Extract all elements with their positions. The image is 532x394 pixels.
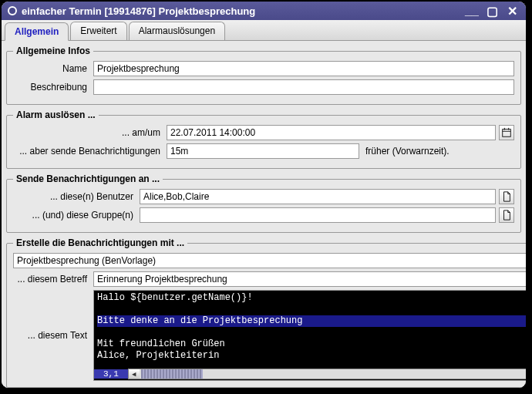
legend-alarm: Alarm auslösen ... xyxy=(13,109,99,120)
users-input[interactable] xyxy=(140,189,496,204)
calendar-button[interactable] xyxy=(499,125,514,140)
app-icon xyxy=(8,6,17,15)
alarm-when-label: ... am/um xyxy=(13,127,163,138)
editor-body[interactable]: Hallo ${benutzer.getName()}! Bitte denke… xyxy=(94,291,526,368)
tab-alarm-triggers[interactable]: Alarmauslösungen xyxy=(129,22,225,40)
svg-rect-0 xyxy=(503,130,511,137)
group-notification: Erstelle die Benachrichtigungen mit ... … xyxy=(6,237,526,388)
calendar-icon xyxy=(501,127,512,138)
editor-hscrollbar[interactable]: ◀ ▶ xyxy=(128,369,526,379)
legend-recipients: Sende Benachrichtigungen an ... xyxy=(13,173,163,184)
minimize-button[interactable]: __ xyxy=(464,5,480,17)
name-label: Name xyxy=(13,63,90,74)
maximize-button[interactable]: ▢ xyxy=(484,5,500,17)
dialog-window: einfacher Termin [19914876] Projektbespr… xyxy=(1,1,527,389)
groups-label: ... (und) diese Gruppe(n) xyxy=(13,210,136,221)
subject-label: ... diesem Betreff xyxy=(13,274,90,285)
legend-notification: Erstelle die Benachrichtigungen mit ... xyxy=(13,237,187,248)
groups-input[interactable] xyxy=(140,207,496,223)
legend-general-info: Allgemeine Infos xyxy=(13,45,93,56)
text-editor[interactable]: Hallo ${benutzer.getName()}! Bitte denke… xyxy=(93,290,526,381)
document-icon xyxy=(501,210,512,221)
cursor-position: 3,1 xyxy=(94,369,128,379)
prewarn-suffix-label: früher (Vorwarnzeit). xyxy=(362,146,450,157)
document-icon xyxy=(501,191,512,202)
editor-footer: 3,1 ◀ ▶ xyxy=(94,368,526,380)
tab-bar: Allgemein Erweitert Alarmauslösungen xyxy=(2,20,526,41)
users-label: ... diese(n) Benutzer xyxy=(13,191,136,202)
window-title: einfacher Termin [19914876] Projektbespr… xyxy=(22,5,255,17)
group-alarm: Alarm auslösen ... ... am/um ... aber se… xyxy=(6,109,521,169)
group-recipients: Sende Benachrichtigungen an ... ... dies… xyxy=(6,173,521,233)
scroll-thumb[interactable] xyxy=(141,369,203,379)
alarm-when-input[interactable] xyxy=(167,125,496,140)
template-select[interactable]: Projektbesprechung (BenVorlage) xyxy=(13,253,526,268)
tab-extended[interactable]: Erweitert xyxy=(70,22,126,40)
name-input[interactable] xyxy=(93,61,514,76)
prewarn-prefix-label: ... aber sende Benachrichtigungen xyxy=(13,146,163,157)
scroll-left-icon[interactable]: ◀ xyxy=(129,369,140,379)
group-general-info: Allgemeine Infos Name Beschreibung xyxy=(6,45,521,105)
subject-input[interactable] xyxy=(93,271,526,287)
groups-picker-button[interactable] xyxy=(499,207,514,223)
title-bar: einfacher Termin [19914876] Projektbespr… xyxy=(2,2,526,20)
prewarn-input[interactable] xyxy=(167,143,359,159)
text-label: ... diesem Text xyxy=(13,330,90,341)
tab-content: Allgemeine Infos Name Beschreibung Alarm… xyxy=(2,41,526,388)
description-label: Beschreibung xyxy=(13,82,90,93)
close-button[interactable]: ✕ xyxy=(504,5,520,17)
description-input[interactable] xyxy=(93,79,514,95)
template-value: Projektbesprechung (BenVorlage) xyxy=(17,255,156,266)
users-picker-button[interactable] xyxy=(499,189,514,204)
tab-general[interactable]: Allgemein xyxy=(5,22,69,41)
